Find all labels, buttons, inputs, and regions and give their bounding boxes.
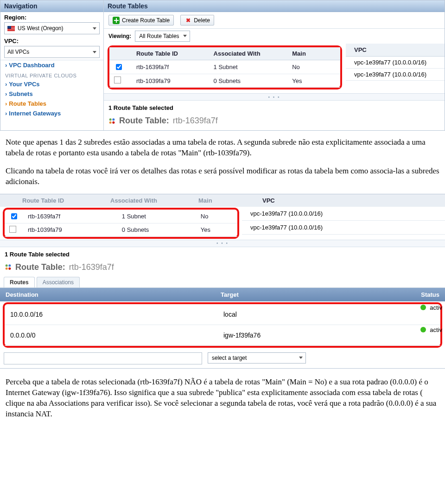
route-tables-grid: rtb-1639fa7f 1 Subnet No rtb-1039fa79 0 … — [5, 210, 237, 237]
doc-paragraph: Clicando na tabela de rotas você irá ver… — [0, 161, 445, 190]
chevron-down-icon — [93, 27, 96, 30]
cell-vpc: vpc-1e39fa77 (10.0.0.0/16) — [346, 69, 445, 81]
toolbar: Create Route Table ✖ Delete — [104, 12, 445, 29]
highlight-box: rtb-1639fa7f 1 Subnet No rtb-1039fa79 0 … — [3, 208, 239, 239]
nav-link-internet-gateways[interactable]: ›Internet Gateways — [0, 108, 103, 118]
svg-point-6 — [6, 268, 8, 270]
splitter-handle[interactable]: • • • — [0, 240, 445, 247]
route-table-header: Route Table: rtb-1639fa7f — [0, 262, 445, 277]
row-checkbox[interactable] — [116, 64, 122, 70]
status-dot-icon — [420, 327, 426, 332]
navigation-sidebar: Navigation Region: US West (Oregon) VPC:… — [0, 0, 104, 130]
chevron-down-icon — [93, 51, 96, 53]
region-dropdown[interactable]: US West (Oregon) — [4, 22, 100, 34]
aws-console-detail: Route Table ID Associated With Main VPC … — [0, 194, 445, 369]
selection-header: 1 Route Table selected — [0, 247, 445, 262]
highlight-box: Route Table ID Associated With Main rtb-… — [108, 45, 342, 89]
region-label: Region: — [0, 12, 103, 21]
vpc-label: VPC: — [0, 36, 103, 45]
svg-point-5 — [8, 264, 11, 267]
viewing-label: Viewing: — [108, 33, 131, 39]
col-vpc: VPC — [346, 44, 445, 57]
table-header-row: Route Table ID Associated With Main — [109, 47, 340, 60]
main-panel: Route Tables Create Route Table ✖ Delete… — [104, 0, 445, 130]
svg-point-0 — [109, 118, 112, 121]
nav-title: Navigation — [0, 0, 103, 12]
create-route-table-button[interactable]: Create Route Table — [108, 15, 174, 26]
status-dot-icon — [420, 305, 426, 310]
vpc-dropdown[interactable]: All VPCs — [4, 46, 100, 58]
viewing-bar: Viewing: All Route Tables — [104, 29, 445, 44]
target-dropdown[interactable]: select a target — [208, 352, 306, 364]
svg-point-3 — [112, 121, 114, 123]
doc-paragraph: Note que apenas 1 das 2 subredes estão a… — [0, 131, 445, 161]
plus-icon — [113, 17, 120, 24]
nav-link-your-vpcs[interactable]: ›Your VPCs — [0, 79, 103, 89]
cell-vpc: vpc-1e39fa77 (10.0.0.0/16) — [242, 207, 445, 221]
route-row: 10.0.0.0/16 local — [5, 304, 440, 325]
route-table-icon — [5, 264, 12, 271]
routes-table: 10.0.0.0/16 local 0.0.0.0/0 igw-1f39fa76 — [5, 304, 440, 346]
aws-console-top: Navigation Region: US West (Oregon) VPC:… — [0, 0, 445, 131]
splitter-handle[interactable]: • • • — [104, 93, 445, 101]
table-row[interactable]: rtb-1039fa79 0 Subnets Yes — [109, 74, 340, 88]
status-cell: activ — [420, 304, 442, 311]
tab-associations[interactable]: Associations — [37, 277, 80, 287]
row-checkbox[interactable] — [114, 77, 121, 83]
table-row[interactable]: rtb-1639fa7f 1 Subnet No — [109, 60, 340, 74]
us-flag-icon — [7, 26, 15, 31]
nav-link-route-tables[interactable]: ›Route Tables — [0, 99, 103, 108]
cell-vpc: vpc-1e39fa77 (10.0.0.0/16) — [242, 221, 445, 235]
status-cell: activ — [420, 326, 442, 333]
selection-header: 1 Route Table selected — [104, 101, 445, 115]
table-row[interactable]: rtb-1639fa7f 1 Subnet No — [5, 210, 237, 223]
svg-point-2 — [109, 121, 112, 123]
destination-input[interactable] — [4, 352, 202, 364]
delete-icon: ✖ — [184, 17, 191, 24]
route-table-header: Route Table: rtb-1639fa7f — [104, 115, 445, 130]
region-value: US West (Oregon) — [18, 25, 63, 32]
tab-routes[interactable]: Routes — [4, 277, 35, 287]
svg-point-4 — [6, 264, 8, 267]
vpc-value: All VPCs — [7, 49, 29, 55]
nav-section-header: VIRTUAL PRIVATE CLOUDS — [0, 70, 103, 79]
delete-button[interactable]: ✖ Delete — [180, 15, 214, 26]
routes-header: Destination Target Status — [0, 288, 445, 301]
viewing-dropdown[interactable]: All Route Tables — [135, 31, 190, 42]
svg-point-7 — [8, 268, 11, 270]
route-row: 0.0.0.0/0 igw-1f39fa76 — [5, 325, 440, 345]
route-tables-grid: Route Table ID Associated With Main rtb-… — [109, 47, 340, 88]
svg-point-1 — [112, 118, 114, 121]
tabs: Routes Associations — [0, 277, 445, 287]
table-row[interactable]: rtb-1039fa79 0 Subnets Yes — [5, 223, 237, 236]
row-checkbox[interactable] — [11, 213, 17, 219]
cell-vpc: vpc-1e39fa77 (10.0.0.0/16) — [346, 57, 445, 69]
main-title: Route Tables — [104, 0, 445, 12]
highlight-box: 10.0.0.0/16 local 0.0.0.0/0 igw-1f39fa76 — [3, 302, 442, 348]
nav-link-dashboard[interactable]: ›VPC Dashboard — [0, 60, 103, 70]
doc-paragraph: Perceba que a tabela de rotas selecionad… — [0, 369, 445, 422]
row-checkbox[interactable] — [9, 226, 16, 233]
route-table-icon — [108, 117, 115, 124]
nav-link-subnets[interactable]: ›Subnets — [0, 89, 103, 99]
